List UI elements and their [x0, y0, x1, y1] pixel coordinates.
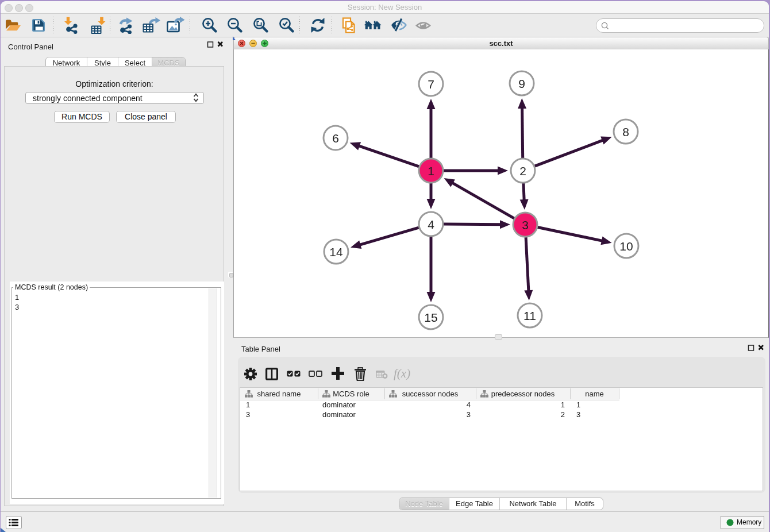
svg-text:3: 3	[522, 218, 529, 232]
svg-text:1: 1	[428, 164, 434, 178]
svg-text:15: 15	[424, 311, 437, 324]
svg-text:6: 6	[332, 132, 339, 145]
svg-text:2: 2	[519, 164, 526, 178]
svg-text:9: 9	[518, 77, 525, 90]
svg-text:7: 7	[428, 78, 434, 91]
svg-text:10: 10	[619, 240, 633, 253]
svg-text:11: 11	[523, 309, 536, 322]
svg-text:14: 14	[329, 245, 343, 259]
svg-text:4: 4	[428, 218, 434, 231]
svg-text:8: 8	[622, 125, 629, 138]
